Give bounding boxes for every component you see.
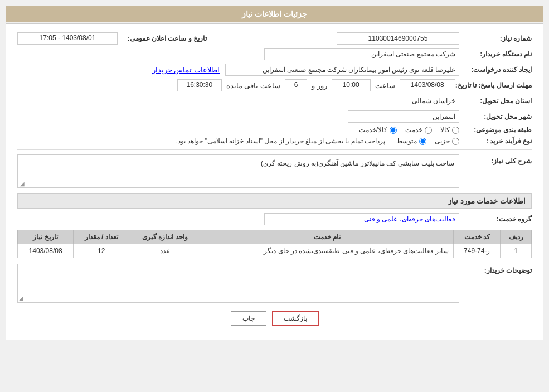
back-button[interactable]: بازگشت [272,311,319,326]
category-khedmat[interactable]: خدمت [405,126,432,134]
need-number-label: شماره نیاز: [459,35,532,42]
city-value: اسفراین [348,110,459,123]
description-label: شرح کلی نیاز: [459,154,532,165]
purchase-type-label: نوع فرآیند خرید : [459,137,532,145]
category-kala-khedmat[interactable]: کالا/خدمت [359,126,397,134]
province-label: استان محل تحویل: [459,97,532,105]
city-label: شهر محل تحویل: [459,113,532,120]
col-date: تاریخ نیاز [18,230,74,244]
cell-service-name: سایر فعالیت‌های حرفه‌ای، علمی و فنی طبقه… [201,244,454,258]
services-table: ردیف کد خدمت نام خدمت واحد اندازه گیری ت… [17,230,532,258]
deadline-days: 6 [285,79,307,91]
province-value: خراسان شمالی [348,95,459,107]
purchase-note: پرداخت تمام یا بخشی از مبلغ خریدار از مح… [176,137,385,145]
announcement-label: تاریخ و ساعت اعلان عمومی: [118,35,207,42]
resize-handle: ◢ [19,181,25,186]
table-row: 1 ز-74-749 سایر فعالیت‌های حرفه‌ای، علمی… [18,244,532,258]
deadline-days-label: روز و [312,81,327,90]
announcement-value: 1403/08/01 - 17:05 [17,32,118,45]
deadline-remaining: 16:30:30 [177,79,222,91]
cell-quantity: 12 [74,244,129,258]
cell-unit: عدد [129,244,201,258]
page-title: جزئیات اطلاعات نیاز [6,6,543,22]
services-section-title: اطلاعات خدمات مورد نیاز [17,193,532,209]
need-number-value: 1103001469000755 [337,32,459,45]
col-service-name: نام خدمت [201,230,454,244]
service-group-label: گروه خدمت: [459,215,532,223]
col-unit: واحد اندازه گیری [129,230,201,244]
cell-row-num: 1 [501,244,532,258]
creator-label: ایجاد کننده درخواست: [459,66,532,74]
cell-service-code: ز-74-749 [454,244,501,258]
cell-date: 1403/08/08 [18,244,74,258]
creator-contact-link[interactable]: اطلاعات تماس خریدار [152,66,220,74]
col-row-num: ردیف [501,230,532,244]
deadline-remaining-label: ساعت باقی مانده [226,81,280,90]
category-label: طبقه بندی موضوعی: [459,126,532,134]
buyer-org-label: نام دستگاه خریدار: [459,50,532,58]
col-quantity: تعداد / مقدار [74,230,129,244]
creator-value: علیرضا قلعه نوی رئیس امور بیمانکاران شرک… [225,64,459,76]
deadline-time-label: ساعت [375,81,395,90]
purchase-type-motovaset[interactable]: متوسط [396,137,426,145]
buyer-org-value: شرکت مجتمع صنعتی اسفراین [264,48,459,60]
category-kala[interactable]: کالا [440,126,459,134]
description-box: ساخت بلیت سایشی کف مانیپلاتور ماشین آهنگ… [17,154,459,188]
buyer-notes-box: ◢ [17,264,459,303]
deadline-label: مهلت ارسال پاسخ: تا تاریخ: [455,81,532,89]
purchase-type-jozi[interactable]: جزیی [435,137,459,145]
service-group-value[interactable]: فعالیت‌های حرفه‌ای، علمی و فنی [264,213,459,225]
notes-resize-handle: ◢ [19,295,23,301]
deadline-time: 10:00 [332,79,371,91]
description-value: ساخت بلیت سایشی کف مانیپلاتور ماشین آهنگ… [261,159,454,167]
buyer-notes-label: توضیحات خریدار: [459,264,532,274]
deadline-date: 1403/08/08 [400,79,455,91]
col-service-code: کد خدمت [454,230,501,244]
buttons-row: بازگشت چاپ [17,311,532,326]
print-button[interactable]: چاپ [231,311,266,326]
